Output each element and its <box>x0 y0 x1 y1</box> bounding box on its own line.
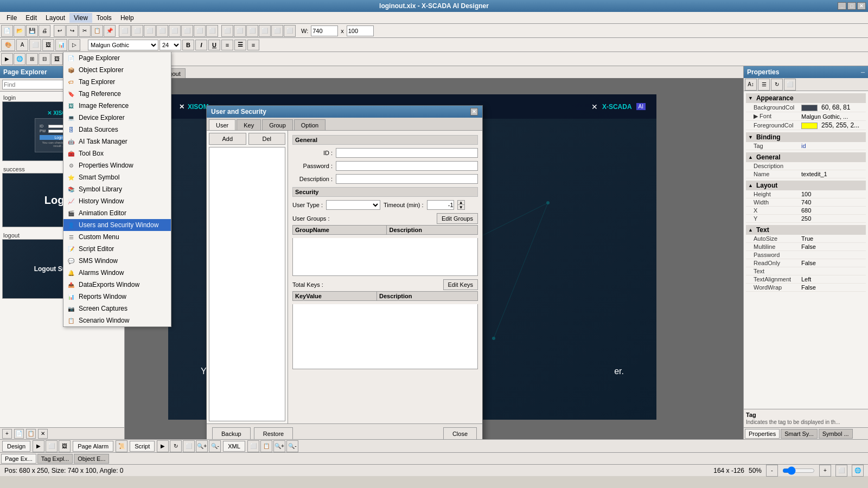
timeout-input[interactable] <box>427 200 454 210</box>
xml-btn-2[interactable]: 📋 <box>260 440 272 452</box>
textalignment-value[interactable]: Left <box>801 276 865 282</box>
tb-new[interactable]: 📄 <box>1 25 13 37</box>
menu-view[interactable]: View <box>69 13 92 23</box>
timeout-down[interactable]: ▼ <box>457 205 465 210</box>
design-tab-script[interactable]: Script <box>130 441 155 452</box>
tb-group[interactable]: ⬜ <box>221 25 233 37</box>
font-value[interactable]: Malgun Gothic, ... <box>801 113 865 120</box>
btm-tab-page-explorer[interactable]: Page Ex... <box>1 454 36 464</box>
design-tab-page-alarm[interactable]: Page Alarm <box>73 441 113 452</box>
xml-btn-1[interactable]: ⬜ <box>247 440 259 452</box>
tb-image[interactable]: 🖼 <box>42 39 54 51</box>
align-left-button[interactable]: ≡ <box>221 40 233 50</box>
dialog-tab-key[interactable]: Key <box>237 119 261 130</box>
delete-page-btn[interactable]: ✕ <box>38 429 48 439</box>
menu-edit[interactable]: Edit <box>21 13 41 23</box>
menu-scenario-window[interactable]: 📋 Scenario Window <box>63 314 171 326</box>
bottom-tab-symbol[interactable]: Symbol ... <box>819 429 853 439</box>
font-select[interactable]: Malgun Gothic <box>88 40 158 50</box>
menu-tag-reference[interactable]: 🔖 Tag Reference <box>63 88 171 100</box>
tb-front[interactable]: ⬜ <box>246 25 258 37</box>
dialog-tab-group[interactable]: Group <box>262 119 293 130</box>
tb-save[interactable]: 💾 <box>26 25 38 37</box>
menu-script-editor[interactable]: 📝 Script Editor <box>63 243 171 255</box>
tb-align-top[interactable]: ⬜ <box>144 25 156 37</box>
close-button[interactable]: ✕ <box>857 2 866 10</box>
menu-properties-window[interactable]: ⚙ Properties Window <box>63 159 171 171</box>
menu-animation-editor[interactable]: 🎬 Animation Editor <box>63 207 171 219</box>
tb-table[interactable]: ⊞ <box>26 53 38 65</box>
tb-world[interactable]: 🌐 <box>14 53 25 65</box>
layout-expand[interactable]: ▲ <box>748 183 753 188</box>
tb-distribute-h[interactable]: ⬜ <box>194 25 206 37</box>
add-page-btn[interactable]: + <box>2 429 12 439</box>
zoom-slider[interactable] <box>782 466 815 475</box>
fit-screen-button[interactable]: ⬜ <box>835 465 847 477</box>
binding-expand[interactable]: ▼ <box>748 134 753 140</box>
props-sort-category[interactable]: ☰ <box>758 79 770 91</box>
xml-btn-4[interactable]: 🔍- <box>286 440 298 452</box>
height-input[interactable] <box>347 25 374 36</box>
zoom-in-button[interactable]: + <box>819 465 831 477</box>
bg-color-value[interactable]: 60, 68, 81 <box>801 104 865 111</box>
fg-color-value[interactable]: 255, 255, 2... <box>801 121 865 129</box>
menu-reports-window[interactable]: 📊 Reports Window <box>63 291 171 303</box>
x-pos-value[interactable]: 680 <box>801 207 865 214</box>
width-input[interactable] <box>311 25 338 36</box>
dialog-tab-option[interactable]: Option <box>294 119 326 130</box>
menu-sms-window[interactable]: 💬 SMS Window <box>63 255 171 267</box>
tag-value[interactable]: id <box>801 143 865 149</box>
tb-more[interactable]: ▷ <box>68 39 80 51</box>
minimize-button[interactable]: _ <box>838 2 846 10</box>
layout-width-value[interactable]: 740 <box>801 199 865 206</box>
maximize-button[interactable]: □ <box>847 2 856 10</box>
script-btn-5[interactable]: 🔍- <box>209 440 221 452</box>
wordwrap-value[interactable]: False <box>801 284 865 291</box>
font-size-select[interactable]: 24 <box>159 40 181 50</box>
appearance-expand[interactable]: ▼ <box>748 95 753 101</box>
tb-run[interactable]: ▶ <box>1 53 13 65</box>
bottom-tab-properties[interactable]: Properties <box>745 429 780 439</box>
tb-redo[interactable]: ↪ <box>66 25 78 37</box>
menu-history-window[interactable]: 📈 History Window <box>63 195 171 207</box>
menu-help[interactable]: Help <box>116 13 138 23</box>
tb-align-right[interactable]: ⬜ <box>131 25 143 37</box>
align-center-button[interactable]: ☰ <box>234 40 246 50</box>
tb-chart[interactable]: 📊 <box>55 39 67 51</box>
zoom-out-button[interactable]: - <box>766 465 778 477</box>
props-refresh[interactable]: ↻ <box>771 79 783 91</box>
script-btn-1[interactable]: ▶ <box>157 440 169 452</box>
tb-color[interactable]: 🎨 <box>1 39 15 51</box>
menu-layout[interactable]: Layout <box>41 13 69 23</box>
new-page-btn[interactable]: 📄 <box>14 429 24 439</box>
menu-screen-captures[interactable]: 📷 Screen Captures <box>63 303 171 314</box>
tb-flip-v[interactable]: ⬜ <box>284 25 296 37</box>
underline-button[interactable]: U <box>208 40 220 50</box>
align-right-button[interactable]: ≡ <box>247 40 259 50</box>
italic-button[interactable]: I <box>195 40 207 50</box>
readonly-value[interactable]: False <box>801 260 865 266</box>
multiline-value[interactable]: False <box>801 243 865 250</box>
tb-print[interactable]: 🖨 <box>39 25 50 37</box>
design-btn-3[interactable]: 🖼 <box>59 440 71 452</box>
menu-image-reference[interactable]: 🖼 Image Reference <box>63 100 171 112</box>
xml-btn-3[interactable]: 🔍+ <box>273 440 285 452</box>
props-pin-button[interactable]: ─ <box>861 69 865 75</box>
password-input[interactable] <box>336 161 478 171</box>
script-icon[interactable]: 📜 <box>116 440 127 452</box>
menu-device-explorer[interactable]: 💻 Device Explorer <box>63 112 171 124</box>
dialog-tab-user[interactable]: User <box>209 119 235 130</box>
menu-object-explorer[interactable]: 📦 Object Explorer <box>63 64 171 76</box>
dialog-close-button[interactable]: ✕ <box>470 108 478 115</box>
menu-ai-task[interactable]: 🤖 AI Task Manager <box>63 136 171 147</box>
id-input[interactable] <box>336 148 478 158</box>
tb-image2[interactable]: 🖼 <box>51 53 63 65</box>
tb-copy[interactable]: 📋 <box>91 25 103 37</box>
menu-users-security[interactable]: 👤 Users and Security Window <box>63 219 171 231</box>
menu-alarms-window[interactable]: 🔔 Alarms Window <box>63 267 171 279</box>
general-expand[interactable]: ▲ <box>748 155 753 160</box>
edit-keys-button[interactable]: Edit Keys <box>443 279 478 290</box>
menu-tools[interactable]: Tools <box>92 13 116 23</box>
tb-border[interactable]: ⬜ <box>29 39 41 51</box>
tb-flip-h[interactable]: ⬜ <box>271 25 283 37</box>
